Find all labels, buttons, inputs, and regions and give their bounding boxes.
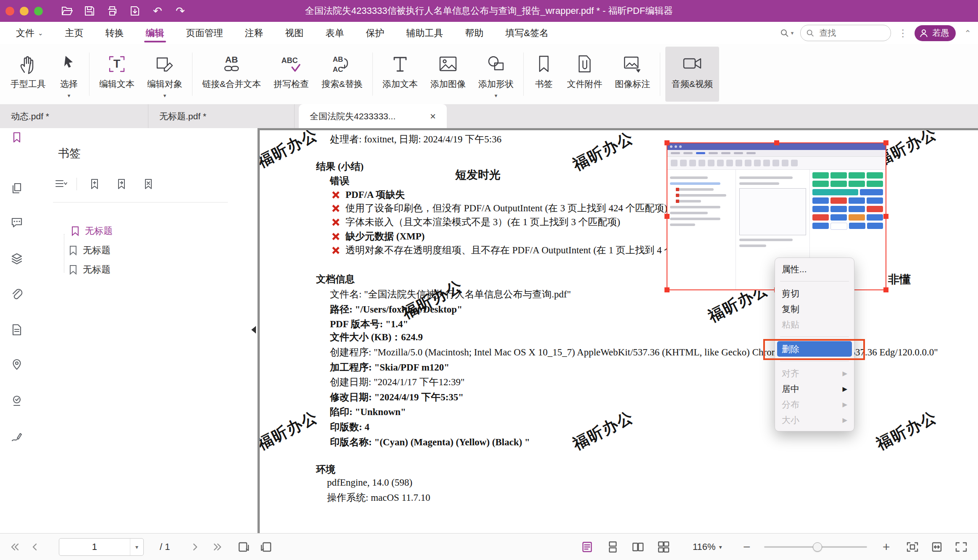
layers-panel-icon[interactable] (11, 252, 23, 265)
add-shape-button[interactable]: 添加形状 ▾ (472, 44, 520, 104)
pdf-page[interactable]: 福昕办公 福昕办公 福昕办公 福昕办公 福昕办公 福昕办公 福昕办公 福昕办公 … (260, 130, 978, 534)
bookmark-icon (69, 245, 78, 255)
close-tab-icon[interactable]: × (430, 110, 436, 122)
collapse-panel-arrow[interactable] (251, 326, 256, 334)
previous-view-button[interactable] (237, 541, 250, 553)
previous-page-button[interactable] (31, 542, 39, 552)
search-input[interactable] (818, 28, 870, 38)
zoom-out-button[interactable]: − (743, 541, 751, 553)
audio-video-button[interactable]: 音频&视频 (665, 47, 719, 102)
fields-panel-icon[interactable] (11, 323, 23, 336)
audio-video-icon (682, 51, 703, 74)
bookmark-item-2[interactable]: 无标题 (69, 244, 111, 257)
zoom-slider-thumb[interactable] (813, 542, 822, 552)
menu-file[interactable]: 文件⌄ (16, 22, 43, 44)
selection-handle[interactable] (883, 287, 888, 292)
zoom-in-button[interactable]: + (883, 541, 890, 553)
destinations-panel-icon[interactable] (11, 358, 23, 371)
minimize-window-button[interactable] (20, 7, 29, 16)
user-account-button[interactable]: 若愚 (915, 25, 956, 41)
error-item: 字体未嵌入（且文本渲染模式不是 3）(在 1 页上找到 3 个匹配项) (331, 216, 620, 229)
hand-tool-button[interactable]: 手型工具 (4, 44, 52, 104)
doc-tab-active[interactable]: 全国法院失4233333... × (299, 104, 447, 128)
menu-fill-sign[interactable]: 填写&签名 (506, 22, 549, 44)
page-number-input[interactable] (59, 541, 130, 553)
delete-bookmark-icon[interactable] (135, 178, 162, 190)
edit-text-button[interactable]: T 编辑文本 (93, 44, 141, 104)
signature-panel-icon[interactable] (11, 430, 23, 443)
share-icon[interactable] (129, 5, 141, 17)
fit-width-button[interactable] (930, 541, 944, 553)
comments-panel-icon[interactable] (11, 216, 23, 229)
last-page-button[interactable] (212, 542, 223, 552)
file-attachment-button[interactable]: 文件附件 (561, 44, 609, 104)
bookmark-button[interactable]: 书签 (527, 44, 561, 104)
selection-handle[interactable] (774, 140, 779, 145)
continuous-facing-view-icon[interactable] (657, 541, 670, 553)
context-menu-center[interactable]: 居中▶ (775, 381, 854, 397)
menu-comment[interactable]: 注释 (245, 22, 264, 44)
search-mode-dropdown[interactable]: ▾ (780, 28, 794, 38)
submenu-arrow-icon: ▶ (842, 370, 847, 377)
menu-accessibility[interactable]: 辅助工具 (406, 22, 443, 44)
selection-handle[interactable] (883, 140, 888, 145)
undo-icon[interactable]: ↶ (151, 5, 164, 17)
print-icon[interactable] (106, 5, 119, 17)
doc-tab-1[interactable]: 动态.pdf * (0, 104, 148, 128)
collapse-ribbon-icon[interactable]: ⌃ (964, 28, 971, 38)
bookmark-item-3[interactable]: 无标题 (69, 263, 111, 276)
menu-view[interactable]: 视图 (285, 22, 304, 44)
save-icon[interactable] (83, 5, 96, 17)
selection-handle[interactable] (664, 214, 670, 219)
context-menu-properties[interactable]: 属性... (775, 261, 854, 277)
zoom-level-dropdown[interactable]: 116% ▾ (693, 542, 722, 552)
image-annotation-button[interactable]: 图像标注 (609, 44, 656, 104)
first-page-button[interactable] (9, 542, 20, 552)
hand-icon (18, 51, 39, 74)
context-menu-copy[interactable]: 复制 (775, 301, 854, 317)
open-file-icon[interactable] (61, 5, 73, 17)
add-bookmark-icon[interactable] (81, 178, 108, 190)
link-join-text-button[interactable]: AB 链接&合并文本 (196, 44, 267, 104)
context-menu-cut[interactable]: 剪切 (775, 286, 854, 301)
attachments-panel-icon[interactable] (11, 288, 23, 300)
continuous-view-icon[interactable] (606, 541, 619, 553)
search-replace-button[interactable]: ABAC 搜索&替换 (315, 44, 369, 104)
page-number-box[interactable]: ▾ (59, 538, 144, 556)
next-view-button[interactable] (260, 541, 272, 553)
spell-check-button[interactable]: ABC 拼写检查 (267, 44, 315, 104)
menu-edit[interactable]: 编辑 (146, 22, 164, 44)
menu-protect[interactable]: 保护 (366, 22, 385, 44)
bookmark-options-menu-icon[interactable] (50, 179, 72, 189)
add-text-button[interactable]: 添加文本 (376, 44, 424, 104)
next-page-button[interactable] (191, 542, 199, 552)
find-searchbox[interactable] (800, 25, 891, 41)
facing-view-icon[interactable] (632, 541, 644, 553)
bookmark-next-icon[interactable] (108, 178, 135, 190)
bookmarks-panel-icon[interactable] (11, 131, 23, 144)
single-page-view-icon[interactable] (581, 541, 593, 553)
selection-handle[interactable] (664, 140, 670, 145)
fit-page-button[interactable] (906, 541, 919, 553)
select-tool-button[interactable]: 选择 ▾ (52, 44, 86, 104)
chevron-down-icon[interactable]: ▾ (130, 539, 143, 555)
redo-icon[interactable]: ↷ (174, 5, 187, 17)
menu-convert[interactable]: 转换 (105, 22, 124, 44)
edit-object-button[interactable]: 编辑对象 ▾ (141, 44, 189, 104)
pages-panel-icon[interactable] (11, 182, 23, 195)
zoom-window-button[interactable] (34, 7, 43, 16)
more-options-icon[interactable]: ⋮ (898, 27, 908, 39)
add-image-button[interactable]: 添加图像 (424, 44, 472, 104)
doc-tab-2[interactable]: 无标题.pdf * (148, 104, 295, 128)
edit-object-icon (154, 51, 175, 74)
menu-home[interactable]: 主页 (65, 22, 84, 44)
selection-handle[interactable] (883, 214, 888, 219)
stamp-panel-icon[interactable] (11, 394, 23, 407)
bookmark-item-1[interactable]: 无标题 (71, 225, 113, 237)
menu-form[interactable]: 表单 (326, 22, 344, 44)
menu-help[interactable]: 帮助 (465, 22, 484, 44)
menu-page-management[interactable]: 页面管理 (186, 22, 223, 44)
fullscreen-button[interactable] (954, 541, 968, 553)
selection-handle[interactable] (664, 287, 670, 292)
close-window-button[interactable] (5, 7, 14, 16)
